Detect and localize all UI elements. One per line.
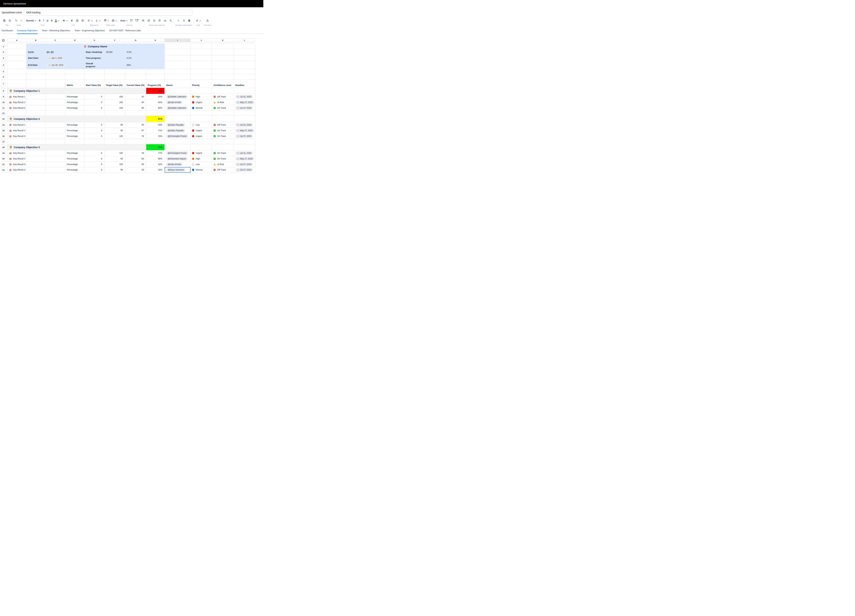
cell-C6[interactable]	[45, 74, 66, 79]
cell-K7[interactable]: Confidence Level	[212, 79, 234, 88]
toolbar-export-button[interactable]	[8, 19, 11, 22]
cell-E10[interactable]: 0	[84, 99, 105, 105]
cell-H13[interactable]: 61%	[146, 116, 165, 122]
toolbar-header-columns-button[interactable]	[182, 19, 185, 22]
cell-I18[interactable]	[165, 144, 191, 150]
cell-A9[interactable]: Key Result 1	[7, 94, 26, 99]
cell-C5[interactable]	[45, 69, 66, 74]
cell-G5[interactable]	[125, 69, 146, 74]
cell-H2[interactable]	[146, 49, 165, 55]
row-header-3[interactable]: 3	[2, 55, 5, 61]
cell-G4[interactable]: 58%	[125, 61, 146, 69]
cell-H21[interactable]: 42%	[146, 162, 165, 167]
cell-D11[interactable]: Percentage	[66, 105, 84, 110]
toolbar-function-button[interactable]: fx	[207, 19, 209, 22]
cell-L10[interactable]: May 17, 2023	[234, 99, 255, 105]
toolbar-delete-row-button[interactable]	[153, 19, 156, 22]
cell-D21[interactable]: Percentage	[66, 162, 84, 167]
cell-J8[interactable]	[191, 88, 212, 94]
row-header-7[interactable]: 7	[2, 79, 5, 88]
cell-C14[interactable]	[45, 122, 66, 128]
cell-D6[interactable]	[66, 74, 84, 79]
cell-K5[interactable]	[212, 69, 234, 74]
cell-I21[interactable]: @Julie d'Antin	[165, 162, 191, 167]
cell-F5[interactable]	[105, 69, 125, 74]
cell-H7[interactable]: Progress (%)	[146, 79, 165, 88]
row-header-11[interactable]: 11	[2, 105, 5, 111]
cell-G7[interactable]: Current Value (%)	[125, 79, 146, 88]
cell-J14[interactable]: Low	[191, 122, 212, 128]
cell-A7[interactable]	[7, 79, 26, 88]
toolbar-column-width-button[interactable]	[158, 19, 161, 22]
cell-A1[interactable]	[7, 44, 26, 49]
cell-A13[interactable]: Company Objective 2	[7, 116, 146, 122]
cell-E6[interactable]	[84, 74, 105, 79]
column-header-I[interactable]: I	[165, 38, 191, 42]
row-header-12[interactable]: 12	[2, 111, 5, 116]
cell-D12[interactable]	[66, 111, 84, 116]
cell-E20[interactable]: 0	[84, 156, 105, 162]
cell-A4[interactable]	[7, 61, 26, 69]
cell-K16[interactable]: On Track	[212, 133, 234, 139]
cell-G11[interactable]: 60	[125, 105, 146, 110]
cell-C10[interactable]	[45, 99, 66, 105]
cell-F22[interactable]: 90	[105, 167, 125, 173]
cell-J2[interactable]	[191, 49, 212, 55]
cell-D17[interactable]	[66, 139, 84, 144]
cell-D3[interactable]	[66, 55, 84, 61]
cell-E21[interactable]: 5	[84, 162, 105, 167]
cell-J3[interactable]	[191, 55, 212, 61]
cell-H17[interactable]	[146, 139, 165, 144]
toolbar-header-table-button[interactable]	[188, 19, 191, 22]
cell-H6[interactable]	[146, 74, 165, 79]
cell-L11[interactable]: Jul 27, 2023	[234, 105, 255, 110]
cell-D7[interactable]: Metric	[66, 79, 84, 88]
cell-J16[interactable]: Urgent	[191, 133, 212, 139]
cell-L8[interactable]	[234, 88, 255, 94]
cell-B12[interactable]	[26, 111, 45, 116]
cell-E15[interactable]: 0	[84, 128, 105, 133]
cell-F4[interactable]	[105, 61, 125, 69]
cell-H5[interactable]	[146, 69, 165, 74]
cell-C20[interactable]	[45, 156, 66, 162]
cell-D19[interactable]: Percentage	[66, 150, 84, 156]
cell-F10[interactable]: 100	[105, 99, 125, 105]
cell-F20[interactable]: 85	[105, 156, 125, 162]
cell-I10[interactable]: @Julie d'Antin	[165, 99, 191, 105]
cell-L20[interactable]: May 17, 2023	[234, 156, 255, 162]
cell-A6[interactable]	[7, 74, 26, 79]
cell-B7[interactable]	[26, 79, 45, 88]
column-header-A[interactable]: A	[7, 38, 26, 42]
cell-C21[interactable]	[45, 162, 66, 167]
toolbar-undo-button[interactable]	[15, 19, 17, 22]
cell-I16[interactable]: @Christophe Promé	[165, 133, 191, 139]
cell-L16[interactable]: Jul 27, 2023	[234, 133, 255, 139]
toolbar-clear-format-button[interactable]	[70, 19, 73, 22]
cell-J4[interactable]	[191, 61, 212, 69]
toolbar-align-vertical-button[interactable]	[95, 19, 101, 22]
cell-A11[interactable]: Key Result 3	[7, 105, 26, 110]
cell-L19[interactable]: Jul 31, 2023	[234, 150, 255, 156]
cell-J22[interactable]: Normal	[191, 167, 212, 173]
cell-H16[interactable]: 78%	[146, 133, 165, 139]
cell-G21[interactable]: 45	[125, 162, 146, 167]
cell-I22[interactable]: @Elyes Gannoun	[165, 167, 191, 173]
row-header-8[interactable]: 8	[2, 88, 5, 94]
cell-F3[interactable]	[105, 55, 125, 61]
cell-E16[interactable]: 0	[84, 133, 105, 139]
cell-H9[interactable]: 20%	[146, 94, 165, 99]
cell-B4[interactable]: End Date:	[26, 61, 45, 69]
cell-B20[interactable]	[26, 156, 45, 162]
row-header-5[interactable]: 5	[2, 69, 5, 74]
cell-K15[interactable]: On Track	[212, 128, 234, 133]
cell-G14[interactable]: 30	[125, 122, 146, 128]
cell-F2[interactable]: 44/180	[105, 49, 125, 55]
toolbar-normal-dropdown[interactable]: Normal	[26, 19, 36, 22]
cell-I20[interactable]: @Alexandre Alquier	[165, 156, 191, 162]
cell-I11[interactable]: @Juliette Lallement	[165, 105, 191, 110]
cell-H20[interactable]: 98%	[146, 156, 165, 162]
cell-C11[interactable]	[45, 105, 66, 110]
cell-A8[interactable]: Company Objective 1	[7, 88, 146, 94]
cell-L15[interactable]: May 17, 2023	[234, 128, 255, 133]
cell-K3[interactable]	[212, 55, 234, 61]
